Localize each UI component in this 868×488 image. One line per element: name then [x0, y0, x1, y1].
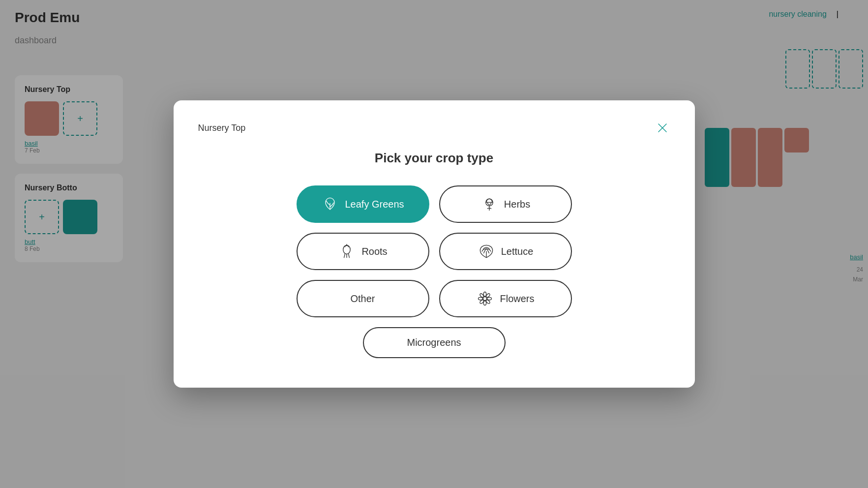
crop-roots-label: Roots — [361, 246, 387, 257]
close-button[interactable] — [655, 120, 670, 136]
svg-point-5 — [484, 292, 486, 297]
crop-microgreens-button[interactable]: Microgreens — [363, 327, 506, 358]
crop-row-2: Roots Lettuce — [297, 233, 572, 270]
crop-row-3: Other — [297, 280, 572, 317]
modal: Nursery Top Pick your crop type — [174, 100, 695, 388]
crop-microgreens-label: Microgreens — [407, 337, 461, 348]
svg-point-7 — [479, 297, 483, 300]
crop-flowers-button[interactable]: Flowers — [439, 280, 572, 317]
crop-row-1: Leafy Greens Herbs — [297, 185, 572, 223]
modal-overlay[interactable]: Nursery Top Pick your crop type — [0, 0, 868, 488]
crop-lettuce-label: Lettuce — [501, 246, 534, 257]
svg-point-4 — [483, 297, 487, 300]
crop-leafy-greens-button[interactable]: Leafy Greens — [297, 185, 429, 223]
crop-lettuce-button[interactable]: Lettuce — [439, 233, 572, 270]
crop-herbs-button[interactable]: Herbs — [439, 185, 572, 223]
svg-point-3 — [343, 245, 350, 254]
crop-row-4: Microgreens — [363, 327, 506, 358]
crop-other-button[interactable]: Other — [297, 280, 429, 317]
modal-header-row: Nursery Top — [198, 120, 670, 136]
modal-title: Pick your crop type — [198, 151, 670, 166]
crop-flowers-label: Flowers — [500, 293, 534, 305]
crop-roots-button[interactable]: Roots — [297, 233, 429, 270]
crop-grid: Leafy Greens Herbs — [198, 185, 670, 358]
svg-point-6 — [484, 301, 486, 305]
crop-herbs-label: Herbs — [504, 199, 530, 210]
crop-other-label: Other — [350, 293, 375, 305]
svg-point-8 — [487, 297, 492, 300]
modal-header-label: Nursery Top — [198, 123, 246, 133]
crop-leafy-greens-label: Leafy Greens — [345, 199, 404, 210]
